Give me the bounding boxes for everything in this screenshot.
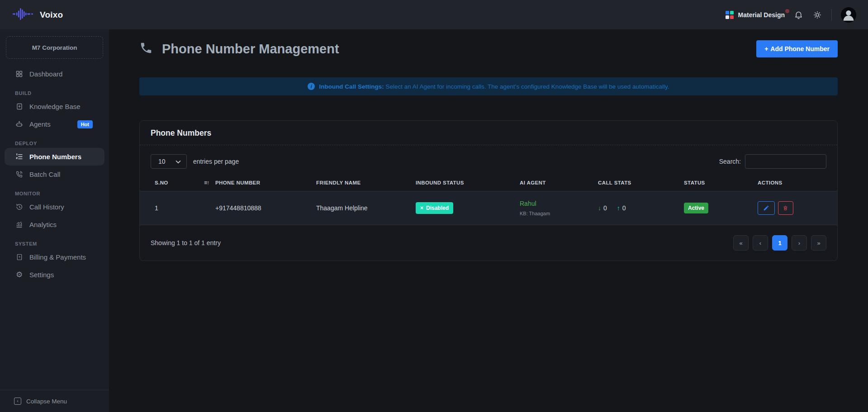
sidebar-item-label: Dashboard <box>29 70 62 78</box>
cell-actions <box>758 201 826 215</box>
settings-gear-icon: ⚙ <box>15 270 24 279</box>
column-header-inbound-status[interactable]: INBOUND STATUS <box>416 180 520 185</box>
status-active-badge: Active <box>684 203 708 213</box>
call-history-clock-icon <box>15 203 24 211</box>
inbound-calls-arrow-icon: ↓ <box>598 204 601 212</box>
light-mode-sun-icon[interactable] <box>812 10 822 20</box>
app-root: Voixo Material Design <box>0 0 868 412</box>
svg-text:₹: ₹ <box>18 256 20 259</box>
chevron-down-icon <box>175 158 181 165</box>
topbar: Voixo Material Design <box>0 0 868 29</box>
column-header-ai-agent[interactable]: AI AGENT <box>520 180 598 185</box>
sidebar-item-call-history[interactable]: Call History <box>0 198 109 216</box>
sidebar-item-knowledge-base[interactable]: Knowledge Base <box>0 98 109 115</box>
sidebar-item-agents[interactable]: Agents Hot <box>0 115 109 133</box>
outbound-calls-arrow-icon: ↑ <box>617 204 620 212</box>
entries-per-page-select[interactable]: 10 <box>151 154 187 169</box>
collapse-chevron-icon: ‹ <box>14 398 21 405</box>
agents-robot-icon <box>15 120 24 128</box>
sidebar-item-analytics[interactable]: Analytics <box>0 216 109 233</box>
cell-sno: 1 <box>155 204 215 212</box>
sort-ascending-icon[interactable]: ≡↑ <box>204 180 209 186</box>
column-header-call-stats[interactable]: CALL STATS <box>598 180 684 185</box>
column-header-status[interactable]: STATUS <box>684 180 758 185</box>
column-header-phone-number[interactable]: PHONE NUMBER <box>215 180 316 185</box>
showing-entries-text: Showing 1 to 1 of 1 entry <box>151 239 221 246</box>
brand-name: Voixo <box>40 10 63 20</box>
pagination-page-1-button[interactable]: 1 <box>772 235 787 251</box>
pencil-icon <box>763 205 769 211</box>
column-header-sno[interactable]: S.NO ≡↑ <box>155 180 215 186</box>
material-design-icon <box>726 11 734 19</box>
agent-name: Rahul <box>520 200 598 207</box>
x-icon: × <box>420 205 423 211</box>
page-title: Phone Number Management <box>162 42 339 57</box>
knowledge-base-book-icon <box>15 103 24 110</box>
notifications-bell-icon[interactable] <box>794 10 803 20</box>
table-row: 1 +917448810888 Thaagam Helpline × Disab… <box>140 191 837 225</box>
pagination-prev-button[interactable]: ‹ <box>753 235 768 251</box>
dashboard-grid-icon <box>15 70 24 78</box>
outbound-calls-count: 0 <box>622 204 626 212</box>
theme-switcher[interactable]: Material Design <box>726 11 785 19</box>
topbar-actions: Material Design <box>726 7 856 23</box>
entries-per-page-label: entries per page <box>193 158 239 165</box>
section-title-monitor: MONITOR <box>0 191 109 196</box>
sidebar-item-label: Analytics <box>29 221 57 228</box>
cell-call-stats: ↓ 0 ↑ 0 <box>598 204 684 212</box>
card-footer: Showing 1 to 1 of 1 entry « ‹ 1 › » <box>140 225 837 260</box>
banner-label: Inbound Call Settings: <box>319 83 384 90</box>
pagination-last-button[interactable]: » <box>811 235 826 251</box>
sidebar-item-label: Phone Numbers <box>29 153 81 161</box>
pagination: « ‹ 1 › » <box>733 235 826 251</box>
search-input[interactable] <box>745 154 826 169</box>
inbound-calls-count: 0 <box>603 204 607 212</box>
cell-friendly-name: Thaagam Helpline <box>316 204 416 212</box>
table-header: S.NO ≡↑ PHONE NUMBER FRIENDLY NAME INBOU… <box>140 175 837 191</box>
phone-numbers-card: Phone Numbers 10 entries per page Search… <box>139 120 838 261</box>
collapse-menu-button[interactable]: ‹ Collapse Menu <box>0 390 109 412</box>
info-icon: i <box>308 83 315 90</box>
entries-value: 10 <box>158 158 166 165</box>
sidebar-item-label: Settings <box>29 271 54 279</box>
sidebar-item-batch-call[interactable]: Batch Call <box>0 166 109 183</box>
billing-invoice-icon: ₹ <box>15 253 24 261</box>
main-content: Phone Number Management + Add Phone Numb… <box>109 29 868 412</box>
sidebar-item-billing[interactable]: ₹ Billing & Payments <box>0 248 109 266</box>
sidebar-item-label: Call History <box>29 203 64 211</box>
edit-button[interactable] <box>758 201 775 215</box>
section-title-deploy: DEPLOY <box>0 141 109 146</box>
sidebar-item-dashboard[interactable]: Dashboard <box>0 65 109 83</box>
sidebar-item-phone-numbers[interactable]: Phone Numbers <box>5 148 104 166</box>
delete-button[interactable] <box>778 201 793 215</box>
brand[interactable]: Voixo <box>13 7 63 23</box>
theme-label: Material Design <box>738 11 785 19</box>
sidebar-item-settings[interactable]: ⚙ Settings <box>0 266 109 284</box>
topbar-divider <box>831 9 832 21</box>
pagination-next-button[interactable]: › <box>792 235 807 251</box>
column-header-actions[interactable]: ACTIONS <box>758 180 826 185</box>
search-label: Search: <box>719 158 741 165</box>
sidebar-item-label: Knowledge Base <box>29 103 81 110</box>
analytics-chart-icon <box>15 221 24 228</box>
column-header-friendly-name[interactable]: FRIENDLY NAME <box>316 180 416 185</box>
plus-icon: + <box>764 45 768 52</box>
cell-inbound-status: × Disabled <box>416 202 520 214</box>
collapse-menu-label: Collapse Menu <box>26 398 67 405</box>
table-controls: 10 entries per page Search: <box>140 145 837 169</box>
sidebar-item-label: Agents <box>29 120 51 128</box>
company-selector[interactable]: M7 Corporation <box>6 36 103 59</box>
page-header: Phone Number Management + Add Phone Numb… <box>139 39 838 59</box>
hot-badge: Hot <box>77 120 93 128</box>
cell-status: Active <box>684 203 758 213</box>
voixo-waveform-logo-icon <box>13 7 33 23</box>
phone-numbers-list-icon <box>15 153 24 161</box>
banner-text: Inbound Call Settings: Select an AI Agen… <box>319 83 669 90</box>
card-title: Phone Numbers <box>151 128 211 137</box>
inbound-disabled-badge[interactable]: × Disabled <box>416 202 453 214</box>
user-avatar[interactable] <box>841 7 856 23</box>
pagination-first-button[interactable]: « <box>733 235 749 251</box>
theme-notification-dot <box>785 9 789 13</box>
agent-knowledge-base: KB: Thaagam <box>520 211 598 216</box>
add-phone-number-button[interactable]: + Add Phone Number <box>756 40 838 57</box>
